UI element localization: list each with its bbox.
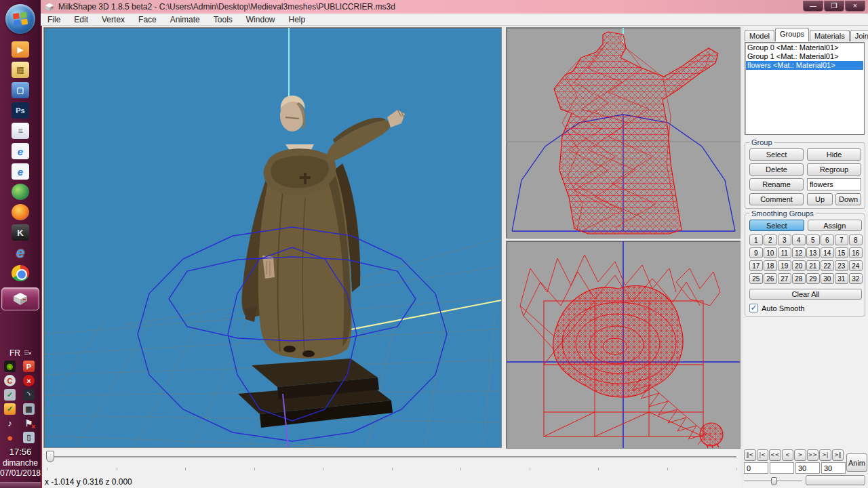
ccleaner-icon[interactable]: C (4, 375, 16, 386)
explorer-folder-icon[interactable]: ▤ (12, 62, 29, 78)
smoothing-group-31[interactable]: 31 (835, 273, 848, 284)
smoothing-select-button[interactable]: Select (749, 220, 804, 231)
transport-button-6[interactable]: >| (819, 449, 831, 461)
group-delete-button[interactable]: Delete (749, 163, 804, 176)
transport-button-2[interactable]: << (769, 449, 781, 461)
smoothing-group-3[interactable]: 3 (778, 235, 791, 245)
monitor-tray-icon[interactable]: ▦ (23, 403, 35, 415)
group-regroup-button[interactable]: Regroup (807, 163, 861, 176)
group-list-item[interactable]: Group 1 <Mat.: Material01> (746, 52, 863, 61)
frame-field-2[interactable] (795, 462, 820, 474)
frame-field-0[interactable] (744, 462, 768, 474)
viewport-3d[interactable] (43, 27, 502, 448)
nvidia-icon[interactable]: ◉ (4, 361, 16, 372)
group-comment-button[interactable]: Comment (749, 193, 804, 205)
smoothing-group-8[interactable]: 8 (849, 235, 863, 245)
frame-field-1[interactable] (770, 462, 794, 474)
smoothing-group-30[interactable]: 30 (821, 273, 834, 284)
smoothing-group-13[interactable]: 13 (806, 247, 820, 258)
smoothing-group-28[interactable]: 28 (792, 273, 806, 284)
restore-button[interactable]: ❐ (824, 1, 844, 12)
smoothing-group-18[interactable]: 18 (764, 260, 777, 271)
tab-joints[interactable]: Joints (850, 30, 868, 41)
chrome-icon[interactable] (12, 265, 29, 281)
error-status-icon[interactable]: × (23, 375, 35, 386)
transport-button-7[interactable]: >‖ (832, 449, 844, 461)
milkshape-taskbar-button[interactable] (1, 287, 39, 310)
smoothing-group-20[interactable]: 20 (792, 260, 806, 271)
title-bar[interactable]: MilkShape 3D 1.8.5 beta2 - C:\Users\Admi… (41, 0, 868, 14)
usb-safely-remove-icon[interactable]: ✓ (4, 389, 16, 401)
animation-timeline[interactable] (43, 450, 741, 476)
menu-edit[interactable]: Edit (67, 15, 95, 24)
smoothing-group-9[interactable]: 9 (749, 247, 763, 258)
auto-smooth-checkbox[interactable]: ✓ (749, 304, 758, 312)
group-hide-button[interactable]: Hide (807, 148, 861, 161)
transport-button-0[interactable]: ‖< (744, 449, 756, 461)
frame-field-3[interactable] (821, 462, 846, 474)
show-desktop-button[interactable] (0, 482, 41, 488)
timeline-thumb[interactable] (46, 451, 54, 462)
volume-icon[interactable]: ♪ (4, 418, 16, 429)
groups-list[interactable]: Group 0 <Mat.: Material01>Group 1 <Mat.:… (745, 42, 865, 135)
smoothing-group-26[interactable]: 26 (764, 273, 777, 284)
playback-speed-slider[interactable] (744, 477, 802, 485)
notepad-icon[interactable]: ≡ (12, 123, 29, 139)
close-button[interactable]: × (845, 1, 865, 12)
smoothing-group-22[interactable]: 22 (821, 260, 834, 271)
smoothing-group-29[interactable]: 29 (806, 273, 820, 284)
smoothing-group-19[interactable]: 19 (778, 260, 791, 271)
smoothing-group-23[interactable]: 23 (835, 260, 848, 271)
menu-face[interactable]: Face (132, 15, 163, 24)
menu-animate[interactable]: Animate (163, 15, 207, 24)
photoshop-icon[interactable]: Ps (12, 102, 29, 119)
smoothing-assign-button[interactable]: Assign (808, 220, 863, 231)
keyboard-layout-icon[interactable]: ⌸▾ (24, 349, 31, 357)
group-up-button[interactable]: Up (807, 193, 833, 205)
globe-icon[interactable] (12, 184, 29, 200)
smoothing-group-21[interactable]: 21 (806, 260, 820, 271)
transport-button-3[interactable]: < (782, 449, 794, 461)
display-icon[interactable]: ▢ (12, 82, 29, 98)
smoothing-group-27[interactable]: 27 (778, 273, 791, 284)
menu-tools[interactable]: Tools (207, 15, 239, 24)
smoothing-group-15[interactable]: 15 (835, 247, 848, 258)
action-center-flag-icon[interactable]: ⚑ (23, 418, 35, 429)
network-icon[interactable]: ▯ (23, 432, 35, 443)
tab-model[interactable]: Model (745, 30, 774, 41)
ie-icon[interactable]: e (12, 143, 29, 159)
transport-button-5[interactable]: >> (807, 449, 819, 461)
smoothing-group-17[interactable]: 17 (749, 260, 763, 271)
update-orange-icon[interactable]: ● (4, 432, 16, 443)
firefox-icon[interactable] (12, 204, 29, 220)
viewport-top-wireframe[interactable] (506, 241, 741, 449)
smoothing-group-5[interactable]: 5 (806, 235, 820, 245)
mini-slider-thumb[interactable] (771, 477, 777, 485)
group-down-button[interactable]: Down (835, 193, 861, 205)
smoothing-group-7[interactable]: 7 (835, 235, 848, 245)
group-list-item[interactable]: Group 0 <Mat.: Material01> (746, 43, 863, 52)
anim-toggle-button[interactable]: Anim (846, 453, 867, 472)
group-select-button[interactable]: Select (749, 148, 804, 161)
transport-button-4[interactable]: > (794, 449, 806, 461)
smoothing-group-1[interactable]: 1 (749, 235, 763, 245)
minimize-button[interactable]: — (803, 1, 823, 12)
ie-icon-2[interactable]: e (12, 163, 29, 180)
tab-groups[interactable]: Groups (775, 28, 809, 41)
smoothing-group-16[interactable]: 16 (849, 247, 863, 258)
language-indicator[interactable]: FR (9, 348, 20, 358)
viewport-front-wireframe[interactable] (506, 27, 741, 239)
menu-vertex[interactable]: Vertex (95, 15, 132, 24)
tab-materials[interactable]: Materials (810, 30, 850, 41)
smoothing-group-11[interactable]: 11 (778, 247, 791, 258)
group-list-item[interactable]: flowers <Mat.: Material01> (746, 61, 863, 70)
smoothing-group-2[interactable]: 2 (764, 235, 777, 245)
smoothing-group-24[interactable]: 24 (849, 260, 863, 271)
k-app-icon[interactable]: K (12, 224, 29, 241)
antivirus-icon[interactable]: ✓ (4, 403, 16, 415)
clock[interactable]: 17:56 (9, 447, 32, 457)
blank-bar-button[interactable] (806, 475, 865, 485)
smoothing-group-10[interactable]: 10 (764, 247, 777, 258)
smoothing-group-6[interactable]: 6 (821, 235, 834, 245)
media-player-icon[interactable]: ▶ (12, 41, 29, 58)
